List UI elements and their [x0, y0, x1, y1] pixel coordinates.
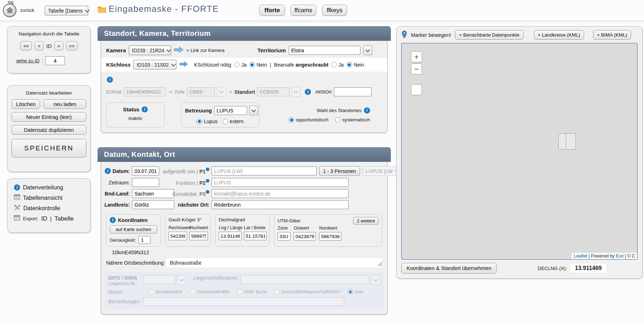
ortsbeschreibung-textarea[interactable]: Bühnaustraße	[166, 258, 382, 267]
weitere-button[interactable]: 2 weitere	[353, 217, 379, 225]
camera-link-arrow-icon[interactable]	[174, 47, 184, 54]
bima-button[interactable]: + BIMA (KML)	[593, 30, 631, 40]
save-button[interactable]: SPEICHERN	[11, 139, 86, 158]
rechtswert-input[interactable]	[169, 232, 187, 240]
kamera-select[interactable]: ID239 : 21R24	[129, 45, 171, 55]
extra-map-button[interactable]	[411, 84, 422, 95]
zelle-input	[187, 87, 215, 96]
goto-id-input[interactable]	[45, 56, 65, 65]
zone-input[interactable]	[278, 232, 290, 241]
page-title: Eingabemaske - FFORTE	[109, 4, 219, 14]
goto-id-link[interactable]: gehe zu ID	[16, 58, 39, 63]
next-record-button[interactable]: >	[54, 41, 63, 50]
betreuung-input[interactable]	[214, 106, 247, 115]
zoom-in-button[interactable]: +	[411, 51, 422, 62]
first-record-button[interactable]: <<	[20, 41, 32, 50]
radio-icon	[237, 289, 242, 294]
map-panel: Marker bewegen! + Benachbarte Datenpunkt…	[396, 26, 643, 279]
datum-input[interactable]	[132, 167, 159, 175]
liegenschaftsname-input	[240, 275, 369, 284]
betreuung-extern-radio[interactable]: extern	[223, 119, 244, 124]
export-id-link[interactable]: ID	[41, 215, 47, 222]
datum-label: Datum:	[113, 168, 130, 174]
utm-title: UTM-Gitter	[278, 218, 300, 223]
personen-button[interactable]: 1 - 3 Personen	[319, 166, 360, 176]
ostwert-label: Ostwert	[294, 226, 316, 231]
duplicate-button[interactable]: Datensatz duplizieren	[11, 125, 86, 135]
navigation-panel: Navigation durch die Tabelle << < ID > >…	[7, 26, 91, 73]
territorium-dropdown-button[interactable]	[363, 45, 372, 55]
standort-panel: Standort, Kamera, Territorium Kamera ID2…	[98, 26, 391, 133]
info-icon[interactable]: i	[364, 107, 370, 114]
datenpunkte-button[interactable]: + Benachbarte Datenpunkte	[455, 30, 524, 40]
landkreis-input[interactable]	[132, 200, 174, 209]
info-icon[interactable]: i	[107, 77, 113, 83]
altstort-input[interactable]	[334, 87, 371, 96]
table-icon	[14, 194, 20, 201]
ort-input[interactable]	[212, 200, 349, 209]
hochwert-input[interactable]	[189, 232, 208, 240]
territorium-input[interactable]	[289, 46, 360, 55]
new-entry-button[interactable]: Neuer Eintrag (leer)	[11, 112, 86, 122]
home-icon	[6, 6, 14, 15]
prev-record-button[interactable]: <	[34, 41, 44, 50]
bearsafe-nein-radio[interactable]: Nein	[347, 62, 364, 68]
opportunistisch-radio[interactable]: opportunistisch	[289, 117, 328, 122]
info-icon[interactable]: i	[105, 168, 111, 174]
p3-input[interactable]	[212, 189, 349, 198]
systematisch-radio[interactable]: systematisch	[335, 117, 370, 122]
info-icon[interactable]: i	[305, 89, 311, 95]
esri-link[interactable]: Esri	[616, 254, 624, 259]
landkreise-button[interactable]: + Landkreise (KML)	[534, 30, 584, 40]
apply-coordinates-button[interactable]: Koordinaten & Standort übernehmen	[401, 263, 497, 274]
leaflet-link[interactable]: Leaflet	[574, 254, 587, 259]
key-nein-radio[interactable]: Nein	[250, 62, 267, 68]
p2-input[interactable]	[212, 178, 349, 187]
bearsafe-ja-radio[interactable]: Ja	[331, 62, 344, 68]
radio-icon	[250, 62, 255, 67]
ostwert-input[interactable]	[294, 232, 316, 241]
nordwert-input[interactable]	[319, 232, 341, 241]
record-edit-title: Datensatz bearbeiten	[8, 86, 90, 96]
link-datenverteilung[interactable]: i Datenverteilung	[8, 182, 90, 193]
bndland-input[interactable]	[132, 189, 174, 198]
delete-button[interactable]: Löschen	[11, 99, 40, 109]
zoom-out-button[interactable]: −	[411, 63, 422, 74]
altstort-label: AltStOrt	[315, 89, 332, 95]
kschloss-label: KSchloss	[106, 62, 131, 68]
kschloss-link-arrow-icon[interactable]	[179, 61, 188, 68]
link-datenkontrolle[interactable]: Datenkontrolle	[8, 203, 90, 213]
navigation-title: Navigation durch die Tabelle	[8, 26, 90, 37]
link-tabellenansicht[interactable]: Tabellenansicht	[8, 193, 90, 203]
reload-button[interactable]: neu laden	[43, 99, 86, 109]
wahl-group: Wahl des Standortes i opportunistisch sy…	[289, 102, 370, 127]
fforte-button[interactable]: fforte	[259, 5, 285, 16]
table-select[interactable]: Tabelle [Datens	[45, 6, 88, 15]
back-link[interactable]: zurück	[20, 8, 34, 13]
map-canvas[interactable]: + − Leaflet | Powered by Esri | © C	[401, 43, 638, 260]
zeitraum-label: Zeitraum:	[109, 180, 130, 185]
arrow-text: ->	[168, 89, 172, 95]
camera-link-hint: = Link zur Kamera	[186, 48, 224, 53]
ffkeys-button[interactable]: ffkeys	[322, 5, 347, 16]
zeitraum-input[interactable]	[132, 178, 159, 187]
p1-input[interactable]	[212, 167, 317, 175]
karte-suchen-button[interactable]: auf Karte suchen	[110, 225, 157, 233]
lng-input[interactable]	[219, 232, 242, 240]
resize-handle-icon[interactable]	[377, 261, 382, 267]
last-record-button[interactable]: >>	[66, 41, 78, 50]
info-icon[interactable]: i	[110, 217, 116, 223]
wahl-label: Wahl des Standortes	[317, 108, 361, 113]
betreuung-dropdown-button[interactable]	[249, 106, 258, 115]
p3-label: Kontaktdat. P3	[172, 190, 209, 197]
genauigkeit-input[interactable]	[138, 236, 151, 244]
home-button[interactable]	[3, 4, 16, 17]
ffcams-button[interactable]: ffcams	[290, 5, 316, 16]
info-icon[interactable]: i	[142, 106, 148, 112]
key-ja-radio[interactable]: Ja	[234, 62, 247, 68]
betreuung-lupus-radio[interactable]: Lupus	[196, 119, 217, 124]
kschloss-select[interactable]: ID103 : 21S02	[133, 60, 176, 69]
chevron-down-icon	[166, 48, 171, 52]
lat-input[interactable]	[244, 232, 267, 240]
export-table-link[interactable]: Tabelle	[55, 215, 74, 222]
